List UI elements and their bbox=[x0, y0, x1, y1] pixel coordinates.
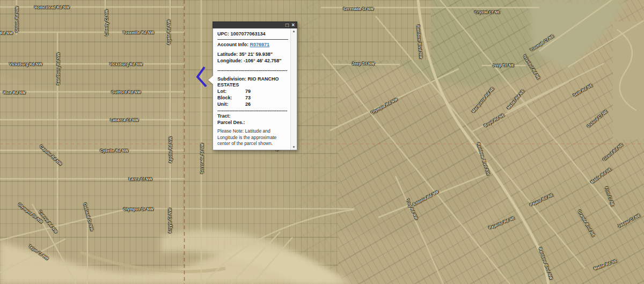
account-label: Account Info: bbox=[217, 42, 248, 47]
upc-label: UPC: bbox=[217, 31, 229, 37]
lot-value: 79 bbox=[245, 89, 251, 94]
scroll-up-icon[interactable]: ▲ bbox=[292, 30, 296, 33]
lot-label: Lot: bbox=[217, 89, 245, 94]
unit-row: Unit: 26 bbox=[217, 101, 288, 107]
subdivision-row: Subdivision: RIO RANCHO ESTATES bbox=[217, 76, 288, 88]
longitude-row: Longitude: -106° 46' 42.758" bbox=[217, 58, 288, 64]
parcel-info-popup: □ × UPC: 1007077063134 Account Info: R07… bbox=[213, 21, 297, 150]
popup-callout-pointer bbox=[208, 76, 213, 84]
divider bbox=[217, 39, 288, 40]
close-icon[interactable]: × bbox=[291, 23, 295, 28]
lot-row: Lot: 79 bbox=[217, 89, 288, 94]
dashed-separator: ----------------------------------------… bbox=[217, 108, 288, 113]
block-row: Block: 73 bbox=[217, 95, 288, 101]
maximize-icon[interactable]: □ bbox=[286, 23, 289, 28]
account-link[interactable]: R076971 bbox=[250, 42, 270, 47]
upc-value: 1007077063134 bbox=[231, 31, 266, 37]
unit-value: 26 bbox=[245, 101, 251, 107]
popup-titlebar[interactable]: □ × bbox=[213, 21, 297, 28]
longitude-value: -106° 46' 42.758" bbox=[244, 58, 282, 63]
unit-label: Unit: bbox=[217, 101, 245, 107]
block-label: Block: bbox=[217, 95, 245, 101]
popup-body: UPC: 1007077063134 Account Info: R076971… bbox=[213, 28, 297, 150]
account-row: Account Info: R076971 bbox=[217, 42, 288, 48]
tract-label: Tract: bbox=[217, 113, 231, 119]
parcel-des-label: Parcel Des.: bbox=[217, 120, 245, 125]
block-value: 73 bbox=[245, 95, 251, 101]
latitude-row: Latitude: 35° 21' 59.938" bbox=[217, 52, 288, 57]
latitude-label: Latitude: bbox=[217, 52, 238, 57]
subdivision-label: Subdivision: bbox=[217, 76, 246, 82]
tract-row: Tract: bbox=[217, 113, 288, 119]
map-viewport: Homestead Rd NWRd NWShiloh Rd NWLiberty … bbox=[0, 0, 644, 284]
parcel-des-row: Parcel Des.: bbox=[217, 120, 288, 126]
longitude-label: Longitude: bbox=[217, 58, 243, 63]
popup-scrollbar[interactable]: ▲ ▼ bbox=[290, 28, 297, 150]
map-canvas[interactable] bbox=[0, 0, 644, 284]
latitude-value: 35° 21' 59.938" bbox=[239, 52, 273, 57]
scroll-down-icon[interactable]: ▼ bbox=[292, 145, 296, 149]
upc-row: UPC: 1007077063134 bbox=[217, 31, 288, 37]
dashed-separator: ----------------------------------------… bbox=[217, 68, 288, 73]
popup-note: Please Note: Latitude and Longitude is t… bbox=[217, 128, 288, 147]
